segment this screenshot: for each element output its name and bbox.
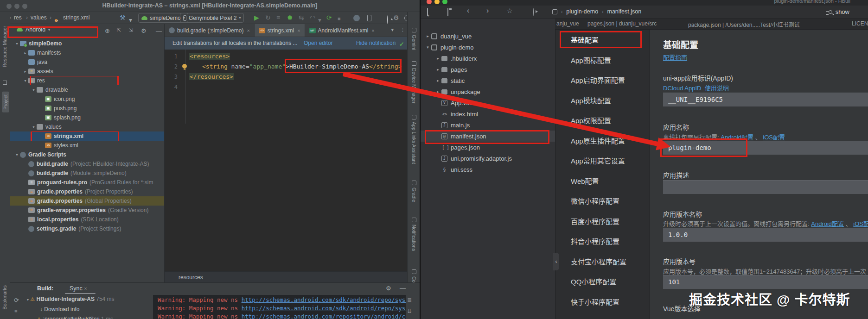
console-scroll-icons[interactable]: ≣⇊ — [407, 297, 412, 314]
run-icon[interactable] — [533, 8, 534, 16]
config-nav-item[interactable]: App图标配置 — [555, 50, 650, 70]
right-tool-item[interactable]: Notifications — [408, 218, 420, 251]
open-editor-link[interactable]: Open editor — [304, 37, 333, 50]
debug-bug-icon[interactable]: ⬟ — [287, 14, 292, 22]
tree-item[interactable]: styles.xml — [10, 141, 165, 150]
hide-notification-link[interactable]: Hide notification — [356, 37, 396, 50]
tree-item[interactable]: duanju_vue — [421, 31, 555, 42]
dcloud-appid-link[interactable]: DCloud AppID — [663, 85, 701, 92]
chevron-icon[interactable] — [31, 88, 37, 92]
build-hammer-icon[interactable]: ⚒ — [120, 14, 126, 22]
tree-item[interactable]: main.js — [421, 119, 555, 131]
config-nav-item[interactable]: App权限配置 — [555, 110, 650, 131]
tree-item[interactable]: icon.png — [10, 94, 165, 104]
config-nav-item[interactable]: App模块配置 — [555, 90, 650, 111]
forward-icon[interactable]: › — [486, 6, 489, 15]
config-nav-item[interactable]: Web配置 — [555, 171, 650, 191]
chevron-icon[interactable] — [434, 67, 441, 72]
breadcrumb-segment[interactable]: strings.xml — [63, 14, 89, 21]
build-child-row[interactable]: ↓ Download info — [40, 306, 79, 313]
tree-item[interactable]: .hbuilderx — [421, 53, 555, 64]
tree-item[interactable]: build.gradle (Module :simpleDemo) — [10, 169, 165, 178]
collapse-panel-handle[interactable]: ‹ — [553, 253, 559, 270]
tree-item[interactable]: java — [10, 57, 165, 67]
tree-item[interactable]: res — [10, 76, 165, 85]
tool-bookmarks[interactable]: Bookmarks — [2, 285, 7, 310]
profiler-icon[interactable]: ◠ — [310, 14, 315, 22]
usage-doc-link[interactable]: 使用说明 — [705, 85, 729, 92]
chevron-down-icon[interactable]: ▾ — [318, 16, 321, 24]
tree-item[interactable]: drawable — [10, 85, 165, 94]
search-icon[interactable] — [387, 15, 388, 24]
android-config-link[interactable]: Android配置 — [811, 220, 844, 227]
hx-tab[interactable]: anju_vue — [556, 20, 579, 27]
tree-item[interactable]: gradle.properties (Global Properties) — [10, 196, 165, 206]
breadcrumb-project[interactable]: plugin-demo — [566, 8, 598, 15]
chevron-icon[interactable] — [14, 42, 20, 46]
maximize-window-icon[interactable] — [442, 0, 447, 4]
tree-item[interactable]: static — [421, 75, 555, 86]
tool-resource-manager[interactable]: Resource Manager — [2, 26, 7, 67]
tree-item[interactable]: splash.png — [10, 113, 165, 122]
close-tab-icon[interactable]: × — [297, 28, 300, 33]
chevron-down-icon[interactable]: ▾ — [129, 16, 132, 24]
chevron-icon[interactable] — [14, 153, 20, 157]
tree-item[interactable]: uni.promisify.adaptor.js — [421, 153, 555, 164]
favorite-star-icon[interactable]: ☆ — [507, 7, 513, 14]
build-sync-tab[interactable]: Sync × — [70, 285, 87, 292]
breadcrumb-resources[interactable]: resources — [179, 272, 203, 282]
breadcrumb-segment[interactable]: res — [14, 14, 22, 21]
save-icon[interactable] — [447, 8, 448, 16]
tree-item[interactable]: manifests — [10, 48, 165, 57]
more-options-kebab-icon[interactable]: ⋮ — [400, 27, 405, 33]
minimize-window-icon[interactable] — [434, 0, 440, 4]
breadcrumb-file[interactable]: manifest.json — [607, 8, 641, 15]
build-output-console[interactable]: Warning: Mapping new ns http://schemas.a… — [153, 295, 406, 319]
build-root-row[interactable]: ▾ ⚠ HBuilder-Integrate-AS 754 ms — [27, 296, 115, 302]
tree-item[interactable]: push.png — [10, 104, 165, 113]
close-window-icon[interactable] — [427, 0, 432, 4]
tree-item[interactable]: plugin-demo — [421, 42, 555, 53]
config-nav-item[interactable]: 微信小程序配置 — [555, 191, 650, 211]
apply-changes-icon[interactable]: ⟳ — [326, 14, 332, 22]
chevron-icon[interactable] — [434, 56, 441, 61]
build-stop-icon[interactable]: ■ — [14, 308, 18, 313]
tree-item[interactable]: assets — [10, 67, 165, 76]
tree-item[interactable]: gradle-wrapper.properties (Gradle Versio… — [10, 206, 165, 215]
tree-item[interactable]: local.properties (SDK Location) — [10, 215, 165, 224]
appid-input[interactable]: __UNI__E9196C5 — [663, 93, 868, 106]
right-tool-item[interactable]: Gemini — [408, 28, 420, 50]
run-button[interactable]: ▶ — [254, 14, 259, 22]
editor-tab[interactable]: AndroidManifest.xml × — [305, 24, 379, 37]
warning-url-link[interactable]: http://schemas.android.com/sdk/android/r… — [242, 296, 406, 303]
chevron-icon[interactable] — [22, 79, 28, 83]
right-tool-item[interactable]: App Links Assistant — [408, 115, 420, 164]
version-name-input[interactable]: 1.0.0 — [663, 228, 868, 242]
tree-item[interactable]: pages.json — [421, 142, 555, 153]
chevron-icon[interactable] — [424, 45, 431, 50]
right-tool-item[interactable]: Device Manager — [408, 61, 420, 103]
intention-bulb-icon[interactable] — [182, 64, 187, 69]
tree-item[interactable]: proguard-rules.pro (ProGuard Rules for *… — [10, 178, 165, 187]
config-nav-item[interactable]: 支付宝小程序配置 — [555, 251, 650, 272]
hx-tab[interactable]: LICEN — [852, 20, 868, 27]
device-manager-icon[interactable] — [367, 15, 371, 21]
show-console-button[interactable]: show — [829, 8, 849, 15]
config-guide-link[interactable]: 配置指南 — [663, 54, 687, 61]
close-tab-icon[interactable]: × — [371, 28, 374, 33]
gradle-sync-icon[interactable] — [353, 15, 360, 21]
chevron-icon[interactable] — [22, 51, 28, 55]
chevron-icon[interactable] — [424, 34, 431, 38]
expand-all-icon[interactable]: ⇱ — [117, 27, 121, 33]
config-nav-item[interactable]: QQ小程序配置 — [555, 271, 650, 292]
hide-panel-icon[interactable]: — — [156, 27, 162, 34]
device-dropdown[interactable]: Genymobile Pixel 2 ▾ — [180, 13, 244, 23]
warning-url-link[interactable]: http://schemas.android.com/repository/an… — [242, 313, 406, 319]
tool-icon[interactable] — [3, 81, 7, 85]
tree-item[interactable]: build.gradle (Project: HBuilder-Integrat… — [10, 159, 165, 169]
config-nav-item[interactable]: 抖音小程序配置 — [555, 231, 650, 251]
tree-item[interactable]: settings.gradle (Project Settings) — [10, 224, 165, 233]
chevron-icon[interactable] — [31, 125, 37, 129]
chevron-icon[interactable] — [22, 69, 28, 74]
tool-project[interactable]: Project — [2, 92, 9, 113]
